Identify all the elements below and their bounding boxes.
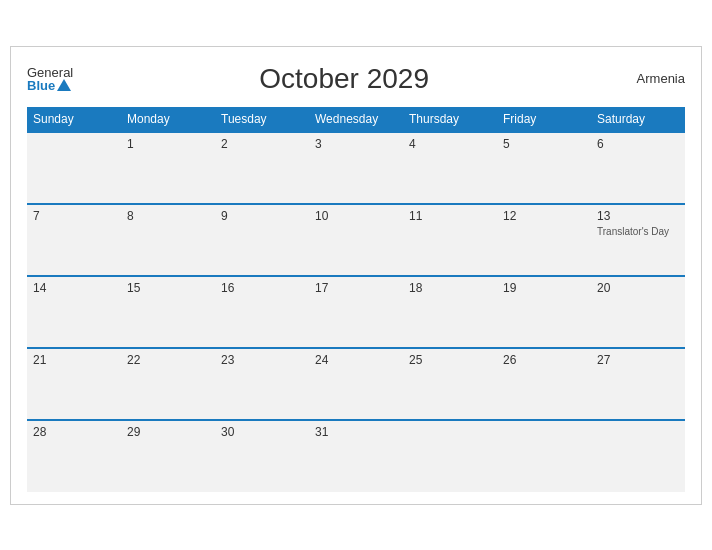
day-number: 18	[409, 281, 491, 295]
day-number: 4	[409, 137, 491, 151]
calendar-day-cell: 3	[309, 132, 403, 204]
calendar-week-row: 78910111213Translator's Day	[27, 204, 685, 276]
calendar-day-cell: 22	[121, 348, 215, 420]
day-number: 2	[221, 137, 303, 151]
day-number: 5	[503, 137, 585, 151]
day-number: 26	[503, 353, 585, 367]
calendar-day-cell: 11	[403, 204, 497, 276]
weekday-header-row: SundayMondayTuesdayWednesdayThursdayFrid…	[27, 107, 685, 132]
calendar-day-cell: 23	[215, 348, 309, 420]
calendar-day-cell	[403, 420, 497, 492]
calendar-day-cell: 5	[497, 132, 591, 204]
calendar-day-cell: 8	[121, 204, 215, 276]
day-number: 3	[315, 137, 397, 151]
day-number: 24	[315, 353, 397, 367]
day-number: 14	[33, 281, 115, 295]
calendar-day-cell: 15	[121, 276, 215, 348]
calendar-day-cell: 16	[215, 276, 309, 348]
calendar-day-cell	[27, 132, 121, 204]
weekday-header-friday: Friday	[497, 107, 591, 132]
calendar-day-cell: 4	[403, 132, 497, 204]
logo-triangle-icon	[57, 79, 71, 91]
calendar-day-cell	[497, 420, 591, 492]
calendar-title: October 2029	[73, 63, 615, 95]
calendar-week-row: 14151617181920	[27, 276, 685, 348]
calendar-day-cell: 1	[121, 132, 215, 204]
calendar-day-cell: 17	[309, 276, 403, 348]
day-number: 29	[127, 425, 209, 439]
calendar-day-cell: 2	[215, 132, 309, 204]
calendar-day-cell: 30	[215, 420, 309, 492]
day-number: 6	[597, 137, 679, 151]
day-number: 12	[503, 209, 585, 223]
calendar-day-cell: 31	[309, 420, 403, 492]
day-number: 1	[127, 137, 209, 151]
calendar-day-cell: 6	[591, 132, 685, 204]
day-number: 15	[127, 281, 209, 295]
country-label: Armenia	[615, 71, 685, 86]
calendar-day-cell: 20	[591, 276, 685, 348]
calendar-day-cell: 12	[497, 204, 591, 276]
calendar-day-cell	[591, 420, 685, 492]
day-number: 25	[409, 353, 491, 367]
event-label: Translator's Day	[597, 225, 679, 238]
weekday-header-sunday: Sunday	[27, 107, 121, 132]
day-number: 28	[33, 425, 115, 439]
day-number: 22	[127, 353, 209, 367]
day-number: 16	[221, 281, 303, 295]
calendar-day-cell: 14	[27, 276, 121, 348]
calendar-week-row: 21222324252627	[27, 348, 685, 420]
day-number: 30	[221, 425, 303, 439]
calendar-day-cell: 25	[403, 348, 497, 420]
logo-general-text: General	[27, 66, 73, 79]
weekday-header-monday: Monday	[121, 107, 215, 132]
weekday-header-saturday: Saturday	[591, 107, 685, 132]
weekday-header-wednesday: Wednesday	[309, 107, 403, 132]
calendar-day-cell: 28	[27, 420, 121, 492]
calendar-day-cell: 21	[27, 348, 121, 420]
weekday-header-thursday: Thursday	[403, 107, 497, 132]
calendar-day-cell: 9	[215, 204, 309, 276]
calendar-header: General Blue October 2029 Armenia	[27, 63, 685, 95]
day-number: 13	[597, 209, 679, 223]
calendar-day-cell: 27	[591, 348, 685, 420]
weekday-header-tuesday: Tuesday	[215, 107, 309, 132]
day-number: 23	[221, 353, 303, 367]
day-number: 27	[597, 353, 679, 367]
day-number: 19	[503, 281, 585, 295]
calendar-day-cell: 29	[121, 420, 215, 492]
calendar-day-cell: 26	[497, 348, 591, 420]
calendar-week-row: 123456	[27, 132, 685, 204]
day-number: 11	[409, 209, 491, 223]
day-number: 9	[221, 209, 303, 223]
day-number: 8	[127, 209, 209, 223]
logo-blue-text: Blue	[27, 79, 73, 92]
calendar-day-cell: 24	[309, 348, 403, 420]
calendar-day-cell: 10	[309, 204, 403, 276]
day-number: 17	[315, 281, 397, 295]
day-number: 21	[33, 353, 115, 367]
logo: General Blue	[27, 66, 73, 92]
day-number: 20	[597, 281, 679, 295]
calendar-container: General Blue October 2029 Armenia Sunday…	[10, 46, 702, 505]
day-number: 7	[33, 209, 115, 223]
calendar-week-row: 28293031	[27, 420, 685, 492]
calendar-day-cell: 18	[403, 276, 497, 348]
calendar-day-cell: 19	[497, 276, 591, 348]
calendar-day-cell: 7	[27, 204, 121, 276]
calendar-day-cell: 13Translator's Day	[591, 204, 685, 276]
calendar-table: SundayMondayTuesdayWednesdayThursdayFrid…	[27, 107, 685, 492]
day-number: 10	[315, 209, 397, 223]
day-number: 31	[315, 425, 397, 439]
